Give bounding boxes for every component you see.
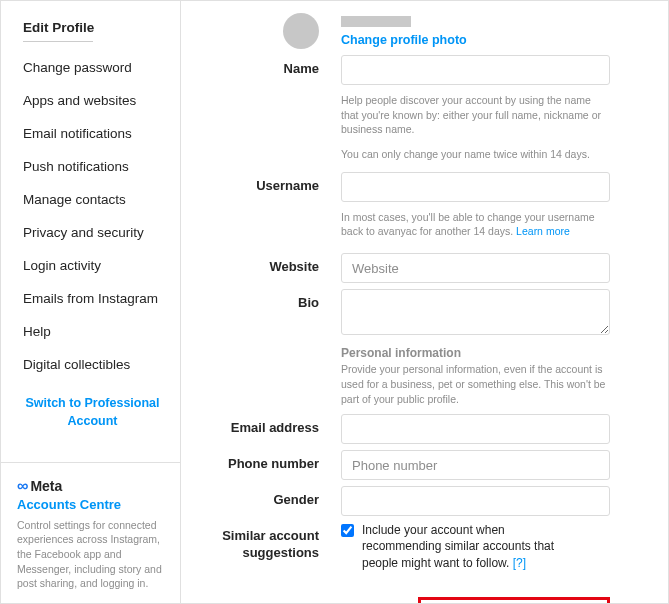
meta-description: Control settings for connected experienc… <box>17 518 164 591</box>
sidebar-item-edit-profile[interactable]: Edit Profile <box>1 11 180 51</box>
avatar[interactable] <box>283 13 319 49</box>
similar-suggestions-checkbox[interactable] <box>341 524 354 537</box>
similar-suggestions-help-icon[interactable]: [?] <box>513 556 526 570</box>
name-label: Name <box>201 55 341 162</box>
name-help-1: Help people discover your account by usi… <box>341 93 610 137</box>
similar-suggestions-label: Similar account suggestions <box>201 522 341 571</box>
meta-brand-text: Meta <box>30 478 62 494</box>
profile-photo-row: Change profile photo <box>201 13 610 49</box>
meta-accounts-centre: ∞ Meta Accounts Centre Control settings … <box>1 462 180 603</box>
similar-suggestions-text: Include your account when recommending s… <box>362 522 582 571</box>
sidebar-item-change-password[interactable]: Change password <box>1 51 180 84</box>
sidebar-item-email-notifications[interactable]: Email notifications <box>1 117 180 150</box>
personal-info-heading: Personal information <box>341 346 610 360</box>
sidebar-item-help[interactable]: Help <box>1 315 180 348</box>
meta-infinity-icon: ∞ <box>17 477 28 495</box>
bio-textarea[interactable] <box>341 289 610 335</box>
email-input[interactable] <box>341 414 610 444</box>
meta-logo: ∞ Meta <box>17 477 164 495</box>
gender-label: Gender <box>201 486 341 516</box>
username-help: In most cases, you'll be able to change … <box>341 210 610 239</box>
accounts-centre-link[interactable]: Accounts Centre <box>17 497 164 512</box>
website-label: Website <box>201 253 341 283</box>
settings-frame: Edit Profile Change password Apps and we… <box>0 0 669 604</box>
phone-input[interactable] <box>341 450 610 480</box>
bio-label: Bio <box>201 289 341 338</box>
name-help-2: You can only change your name twice with… <box>341 147 610 162</box>
settings-sidebar: Edit Profile Change password Apps and we… <box>1 1 181 603</box>
switch-professional-link[interactable]: Switch to Professional Account <box>1 381 180 448</box>
personal-info-help: Provide your personal information, even … <box>341 362 610 406</box>
username-display <box>341 16 411 27</box>
username-learn-more-link[interactable]: Learn more <box>516 225 570 237</box>
username-label: Username <box>201 172 341 239</box>
sidebar-item-digital-collectibles[interactable]: Digital collectibles <box>1 348 180 381</box>
sidebar-item-push-notifications[interactable]: Push notifications <box>1 150 180 183</box>
name-input[interactable] <box>341 55 610 85</box>
website-input[interactable] <box>341 253 610 283</box>
gender-input[interactable] <box>341 486 610 516</box>
email-label: Email address <box>201 414 341 444</box>
edit-profile-form: Change profile photo Name Help people di… <box>181 1 668 603</box>
sidebar-item-privacy-security[interactable]: Privacy and security <box>1 216 180 249</box>
sidebar-item-login-activity[interactable]: Login activity <box>1 249 180 282</box>
change-photo-link[interactable]: Change profile photo <box>341 33 610 47</box>
sidebar-item-emails-instagram[interactable]: Emails from Instagram <box>1 282 180 315</box>
sidebar-nav: Edit Profile Change password Apps and we… <box>1 1 180 381</box>
phone-label: Phone number <box>201 450 341 480</box>
sidebar-item-manage-contacts[interactable]: Manage contacts <box>1 183 180 216</box>
sidebar-item-apps-websites[interactable]: Apps and websites <box>1 84 180 117</box>
deactivate-account-link[interactable]: Temporarily deactivate my account <box>418 597 610 603</box>
username-input[interactable] <box>341 172 610 202</box>
